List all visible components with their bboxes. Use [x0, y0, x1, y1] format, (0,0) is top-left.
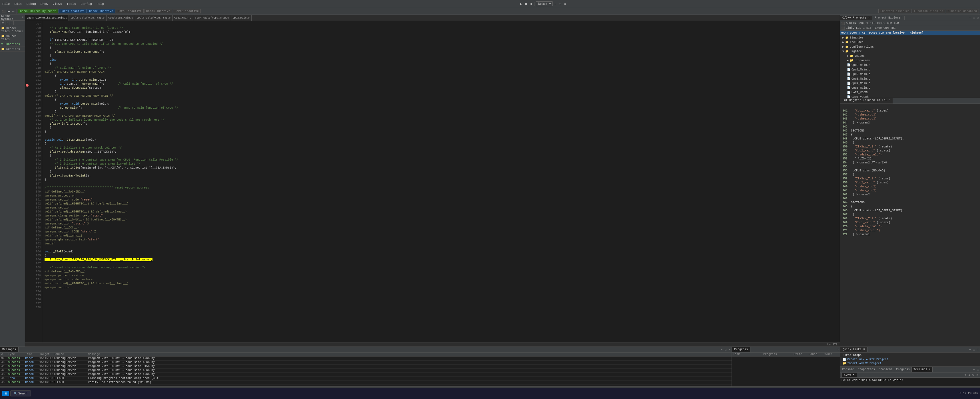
- create-project-link[interactable]: 📄 Create new AURIX Project: [843, 357, 978, 361]
- tree-item-uart-vcomc[interactable]: 📄UART_VCOMc: [840, 90, 980, 95]
- sym-filter-btn[interactable]: ▼: [1, 21, 5, 25]
- tree-item-includes[interactable]: ▶📁Includes: [840, 40, 980, 44]
- message-row[interactable]: 42 Success Core5 15:15:47 TCDebugServer …: [0, 369, 732, 372]
- tree-item-images[interactable]: ▶📁Images: [840, 54, 980, 58]
- window-max[interactable]: □: [558, 2, 562, 6]
- tree-item-libraries[interactable]: ▶📁Libraries: [840, 58, 980, 63]
- core-status-2: Core2 inactive: [87, 9, 115, 13]
- message-row[interactable]: 40 Success Core0 15:15:47 TCDebugServer …: [0, 361, 732, 364]
- panel-close-btn[interactable]: ×: [976, 16, 980, 20]
- progress-panel: Progress × Task Progress State Cancel Ow…: [732, 347, 840, 386]
- tab-project-explorer[interactable]: Project Explorer: [872, 16, 905, 20]
- tree-item-hightec[interactable]: ▼📁HighTec: [840, 49, 980, 54]
- editor-status: Ln 378: [25, 342, 840, 347]
- quick-links-min[interactable]: −: [968, 348, 972, 352]
- terminal-scroll-bottom[interactable]: ⬇: [967, 373, 971, 377]
- editor-tab-1[interactable]: Cpu\Trap\IfxCpu_Trap.c: [69, 15, 107, 21]
- menu-config[interactable]: Config: [81, 2, 92, 6]
- tree-item-uart-vcomh[interactable]: 📄UART_VCOMh: [840, 95, 980, 98]
- sidebar-item-functions[interactable]: ⊞ Functions: [0, 42, 25, 47]
- quick-links-max[interactable]: □: [972, 348, 976, 352]
- message-row[interactable]: 39 Success Core1 15:15:47 TCDebugServer …: [0, 356, 732, 361]
- terminal-close-com[interactable]: ×: [975, 373, 979, 377]
- sidebar-item-header-files[interactable]: 📁 Header files / Other: [0, 26, 25, 34]
- sym-down-btn[interactable]: ↓: [10, 21, 14, 25]
- menu-views[interactable]: Views: [52, 2, 62, 6]
- sym-up-btn[interactable]: ↑: [6, 21, 10, 25]
- menu-edit[interactable]: Edit: [14, 2, 22, 6]
- tree-item-binaries[interactable]: ▶📁Binaries: [840, 35, 980, 40]
- debug-button-2[interactable]: ▶: [7, 10, 11, 13]
- menu-show[interactable]: Show: [41, 2, 48, 6]
- terminal-tab-console[interactable]: Console: [840, 367, 856, 372]
- panel-minimize-btn[interactable]: −: [968, 16, 972, 20]
- progress-close[interactable]: ×: [836, 348, 840, 352]
- linker-content[interactable]: 341 *Cpu1_Main.* (.sbes) 342 *(.sbes_cpu…: [840, 104, 980, 347]
- window-close[interactable]: ×: [563, 2, 567, 6]
- quick-links-close[interactable]: ×: [976, 348, 980, 352]
- core-select[interactable]: Default: [536, 2, 552, 6]
- menu-help[interactable]: Help: [97, 2, 104, 6]
- editor-tab-0[interactable]: Cpu\TricorerIfx_Sev_Tcls.s: [25, 15, 69, 21]
- toolbar-button-1[interactable]: ▶: [519, 2, 523, 6]
- terminal-min[interactable]: −: [972, 367, 976, 371]
- tree-item-configurations[interactable]: ▶📁Configurations: [840, 44, 980, 49]
- taskbar-start[interactable]: ⊞: [2, 391, 9, 396]
- terminal-max[interactable]: □: [976, 367, 980, 371]
- linker-tab-0[interactable]: Lcf_Hightec_Tricore_Tc.lsl ×: [840, 98, 893, 103]
- editor-tab-2[interactable]: Cpu0\Cpu0_Main.c: [107, 15, 135, 21]
- toolbar-button-3[interactable]: ⏸: [529, 2, 533, 6]
- tree-item-cpu5-main[interactable]: 📄Cpu5_Main.c: [840, 86, 980, 90]
- terminal-tab-terminal[interactable]: Terminal ×: [912, 367, 932, 372]
- terminal-tab-progress[interactable]: Progress: [894, 367, 912, 372]
- tree-item-cpu4-main[interactable]: 📄Cpu4_Main.c: [840, 81, 980, 86]
- message-row[interactable]: 43 Success Core0 15:15:47 TCDebugServer …: [0, 372, 732, 377]
- tree-item-cpu3-main[interactable]: 📄Cpu3_Main.c: [840, 76, 980, 81]
- symbols-close[interactable]: ×: [22, 16, 24, 19]
- panel-maximize-btn[interactable]: □: [972, 16, 976, 20]
- debug-button-3[interactable]: ↩: [11, 10, 16, 13]
- tree-item-cpu2-main[interactable]: 📄Cpu2_Main.c: [840, 72, 980, 76]
- messages-close[interactable]: ×: [727, 348, 732, 352]
- editor-tab-5[interactable]: Cpu\Trap\IfxCpu_Trap.c: [193, 15, 231, 21]
- project-tree[interactable]: ▶📁Binaries ▶📁Includes ▶📁Configurations ▼…: [840, 35, 980, 98]
- debug-button-1[interactable]: ⬛: [1, 10, 6, 13]
- window-min[interactable]: −: [553, 2, 557, 6]
- tab-cpp-projects[interactable]: C/C++ Projects ×: [840, 16, 872, 20]
- tree-item-cpu1-main[interactable]: 📄Cpu1_Main.c: [840, 67, 980, 72]
- toolbar-button-2[interactable]: ⏹: [524, 2, 528, 6]
- progress-tab[interactable]: Progress: [732, 347, 751, 352]
- code-editor[interactable]: /* Interrupt stack pointer is configured…: [42, 21, 840, 342]
- terminal-settings[interactable]: ⚙: [971, 373, 975, 377]
- messages-tab[interactable]: Messages: [0, 347, 19, 352]
- terminal-tab-problems[interactable]: Problems: [877, 367, 894, 372]
- terminal-scroll-top[interactable]: ⬆: [963, 373, 967, 377]
- message-row[interactable]: 45 Success Core0 15:16:02 PFLASH Verify:…: [0, 380, 732, 385]
- tree-item-cpu0-main[interactable]: 📄Cpu0_Main.c: [840, 63, 980, 67]
- taskbar-search[interactable]: 🔍 Search: [10, 390, 31, 396]
- com-port-tab[interactable]: COM6 ×: [842, 373, 857, 377]
- messages-min[interactable]: −: [719, 348, 724, 352]
- import-project-link[interactable]: 📁 Import AURIX Project: [843, 361, 978, 365]
- taskbar-zoom: 20%: [972, 392, 978, 395]
- menu-file[interactable]: File: [2, 2, 10, 6]
- sidebar-item-sections[interactable]: 📁 Sections: [0, 47, 25, 52]
- editor-tab-6[interactable]: Cpu2_Main.c: [231, 15, 251, 21]
- messages-max[interactable]: □: [724, 348, 727, 352]
- menu-debug[interactable]: Debug: [27, 2, 36, 6]
- progress-col-headers: Task Progress State Cancel Owner: [732, 353, 840, 356]
- message-row[interactable]: 41 Success Core2 15:15:47 TCDebugServer …: [0, 364, 732, 369]
- terminal-tab-properties[interactable]: Properties: [856, 367, 877, 372]
- project-list-bar2: ⬛ Binky_LED_1_KIT_TC499_COM_TRB: [840, 26, 980, 31]
- quick-links-tab[interactable]: Quick Links ×: [840, 347, 867, 352]
- editor-tab-4[interactable]: Cpu1_Main.c: [173, 15, 193, 21]
- terminal-content[interactable]: Hello World!Hello World!Hello World!: [840, 378, 980, 386]
- menu-tools[interactable]: Tools: [67, 2, 76, 6]
- editor-tab-3[interactable]: Cpu\Trap\IfxCpu_Trap.c: [135, 15, 173, 21]
- sidebar-item-source-files[interactable]: 📁 Source files: [0, 34, 25, 42]
- messages-col-headers: # Type Time Target Source Message: [0, 353, 732, 356]
- right-bottom-panel: Quick Links × − □ × First Steps 📄 Create…: [840, 347, 980, 386]
- menu-bar: File Edit Debug Show Views Tools Config …: [2, 2, 104, 6]
- toolbar-area: ▶ ⏹ ⏸ Default − □ ×: [108, 2, 978, 6]
- message-row[interactable]: 44 Info Core0 15:15:53 PFLASH Flashing p…: [0, 377, 732, 380]
